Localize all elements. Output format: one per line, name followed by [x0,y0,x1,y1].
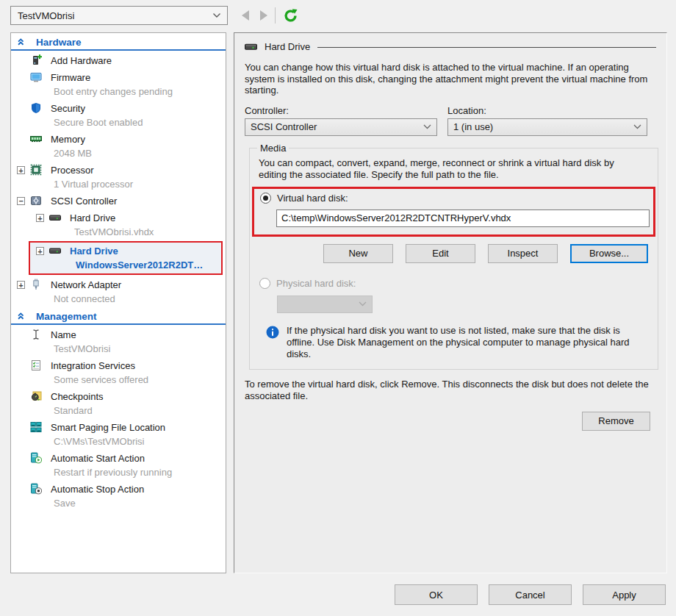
item-label: Add Hardware [51,55,112,66]
chevron-down-icon [423,124,431,129]
edit-button[interactable]: Edit [406,244,475,263]
firmware-icon [30,71,42,83]
sidebar-item-integration-services[interactable]: Integration Services Some services offer… [11,358,226,387]
sidebar-item-add-hardware[interactable]: Add Hardware [11,53,226,68]
location-label: Location: [447,104,647,118]
item-label: Automatic Stop Action [51,484,144,495]
sidebar-item-memory[interactable]: Memory 2048 MB [11,132,226,160]
expander-collapsed-icon[interactable]: + [17,281,25,289]
item-label: Security [51,103,85,114]
item-label: Smart Paging File Location [51,422,165,433]
ok-button[interactable]: OK [395,584,478,605]
toolbar-separator [275,7,276,24]
item-subtext: Standard [11,404,226,418]
integration-services-icon [30,359,42,371]
item-label: Name [51,329,76,340]
apply-button[interactable]: Apply [583,584,666,605]
sidebar-item-scsi-controller[interactable]: − SCSI Controller [11,193,226,208]
sidebar-item-hard-drive-1[interactable]: + Hard Drive TestVMObrisi.vhdx [11,210,226,239]
section-header-management[interactable]: Management [11,309,226,325]
dialog-footer: OK Cancel Apply [395,584,666,605]
selected-item-annotation-box: + Hard Drive WindowsServer2012R2DT… [29,241,223,275]
sidebar-item-firmware[interactable]: Firmware Boot entry changes pending [11,70,226,99]
hard-drive-icon [49,245,61,257]
sidebar-item-checkpoints[interactable]: Checkpoints Standard [11,389,226,418]
chevron-down-icon [212,12,221,18]
item-label: Memory [51,134,85,145]
info-icon [266,326,279,339]
item-subtext: TestVMObrisi [11,342,226,356]
remove-button[interactable]: Remove [582,412,650,431]
location-dropdown[interactable]: 1 (in use) [447,118,647,136]
virtual-disk-path-input[interactable] [276,209,650,227]
sidebar-item-network-adapter[interactable]: + Network Adapter Not connected [11,277,226,306]
item-label: Integration Services [51,360,135,371]
hard-drive-icon [245,40,257,53]
refresh-button[interactable] [282,7,298,24]
expander-collapsed-icon[interactable]: + [36,214,44,222]
back-arrow-icon [240,10,251,21]
expander-collapsed-icon[interactable]: + [17,166,25,174]
item-subtext: 2048 MB [11,146,226,160]
settings-nav-sidebar: Hardware Add Hardware Firmware Boot entr… [10,32,226,573]
item-subtext: Not connected [11,292,226,306]
cancel-button[interactable]: Cancel [489,584,572,605]
sidebar-item-auto-stop-action[interactable]: Automatic Stop Action Save [11,481,226,510]
sidebar-item-name[interactable]: Name TestVMObrisi [11,327,226,356]
item-label: Processor [51,165,94,176]
section-header-hardware[interactable]: Hardware [11,35,226,51]
controller-dropdown[interactable]: SCSI Controller [245,118,437,136]
item-subtext: Restart if previously running [11,465,226,479]
forward-button[interactable] [256,7,271,24]
sidebar-item-hard-drive-2[interactable]: + Hard Drive WindowsServer2012R2DT… [30,243,221,272]
browse-button[interactable]: Browse... [570,244,648,263]
inspect-button[interactable]: Inspect [488,244,558,263]
item-subtext: Some services offered [11,373,226,387]
sidebar-item-smart-paging[interactable]: Smart Paging File Location C:\VMs\TestVM… [11,420,226,448]
name-ibeam-icon [30,329,42,340]
remove-help-text: To remove the virtual hard disk, click R… [245,379,664,402]
hard-drive-settings-panel: Hard Drive You can change how this virtu… [234,32,667,573]
physical-disk-dropdown [277,296,373,313]
network-adapter-icon [30,279,42,290]
memory-icon [30,133,42,145]
chevron-down-icon [359,301,367,307]
item-subtext: Save [11,496,226,510]
sidebar-item-security[interactable]: Security Secure Boot enabled [11,101,226,129]
media-groupbox-title: Media [257,143,289,154]
item-label: Hard Drive [70,246,118,257]
item-label: Hard Drive [70,212,115,223]
section-title: Hardware [36,37,82,48]
item-subtext: TestVMObrisi.vhdx [11,225,226,239]
auto-start-action-icon [30,452,42,464]
controller-label: Controller: [245,104,437,118]
item-label: SCSI Controller [51,196,117,207]
forward-arrow-icon [259,10,269,21]
sidebar-item-auto-start-action[interactable]: Automatic Start Action Restart if previo… [11,451,226,479]
auto-stop-action-icon [30,483,42,495]
section-title: Management [36,311,97,322]
back-button[interactable] [238,7,253,24]
item-subtext: Boot entry changes pending [11,85,226,99]
vm-selector-value: TestVMObrisi [18,10,74,21]
item-label: Automatic Start Action [51,453,145,464]
physical-hard-disk-radio[interactable] [259,278,270,289]
sidebar-item-processor[interactable]: + Processor 1 Virtual processor [11,162,226,191]
expander-collapsed-icon[interactable]: + [36,247,44,255]
new-button[interactable]: New [323,244,393,263]
add-hardware-icon [30,54,42,66]
shield-icon [30,102,42,114]
smart-paging-icon [30,421,42,433]
intro-text: You can change how this virtual hard dis… [245,62,661,96]
vm-selector-dropdown[interactable]: TestVMObrisi [10,6,228,25]
physical-disk-info-text: If the physical hard disk you want to us… [287,325,630,360]
location-value: 1 (in use) [453,121,493,132]
collapse-section-icon [17,312,26,321]
controller-value: SCSI Controller [251,121,317,132]
item-subtext: WindowsServer2012R2DT… [30,258,221,272]
media-groupbox: Media You can compact, convert, expand, … [249,148,658,370]
media-text: You can compact, convert, expand, merge,… [259,157,644,181]
expander-expanded-icon[interactable]: − [17,197,25,205]
item-label: Network Adapter [51,279,121,290]
virtual-hard-disk-radio[interactable] [260,193,271,204]
